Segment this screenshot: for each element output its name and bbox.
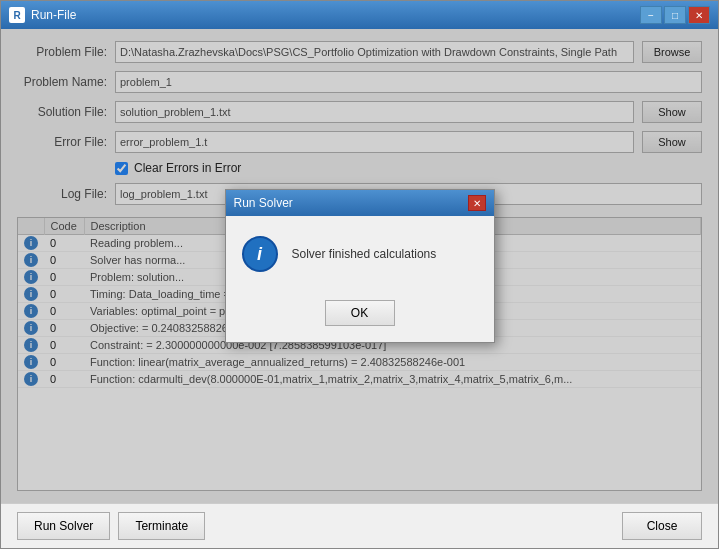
window-icon: R bbox=[9, 7, 25, 23]
modal-close-button[interactable]: ✕ bbox=[468, 195, 486, 211]
modal-footer: OK bbox=[226, 292, 494, 342]
main-content: Problem File: Browse Problem Name: Solut… bbox=[1, 29, 718, 503]
run-solver-dialog: Run Solver ✕ i Solver finished calculati… bbox=[225, 189, 495, 343]
modal-title: Run Solver bbox=[234, 196, 293, 210]
modal-message: Solver finished calculations bbox=[292, 247, 437, 261]
bottom-bar: Run Solver Terminate Close bbox=[1, 503, 718, 548]
window-title: Run-File bbox=[31, 8, 76, 22]
terminate-button[interactable]: Terminate bbox=[118, 512, 205, 540]
ok-button[interactable]: OK bbox=[325, 300, 395, 326]
minimize-button[interactable]: − bbox=[640, 6, 662, 24]
modal-body: i Solver finished calculations bbox=[226, 216, 494, 292]
close-button[interactable]: Close bbox=[622, 512, 702, 540]
main-window: R Run-File − □ ✕ Problem File: Browse Pr… bbox=[0, 0, 719, 549]
run-solver-button[interactable]: Run Solver bbox=[17, 512, 110, 540]
maximize-button[interactable]: □ bbox=[664, 6, 686, 24]
window-controls: − □ ✕ bbox=[640, 6, 710, 24]
modal-info-icon: i bbox=[242, 236, 278, 272]
title-bar: R Run-File − □ ✕ bbox=[1, 1, 718, 29]
window-close-button[interactable]: ✕ bbox=[688, 6, 710, 24]
modal-overlay: Run Solver ✕ i Solver finished calculati… bbox=[1, 29, 718, 503]
bottom-left-buttons: Run Solver Terminate bbox=[17, 512, 205, 540]
modal-title-bar: Run Solver ✕ bbox=[226, 190, 494, 216]
